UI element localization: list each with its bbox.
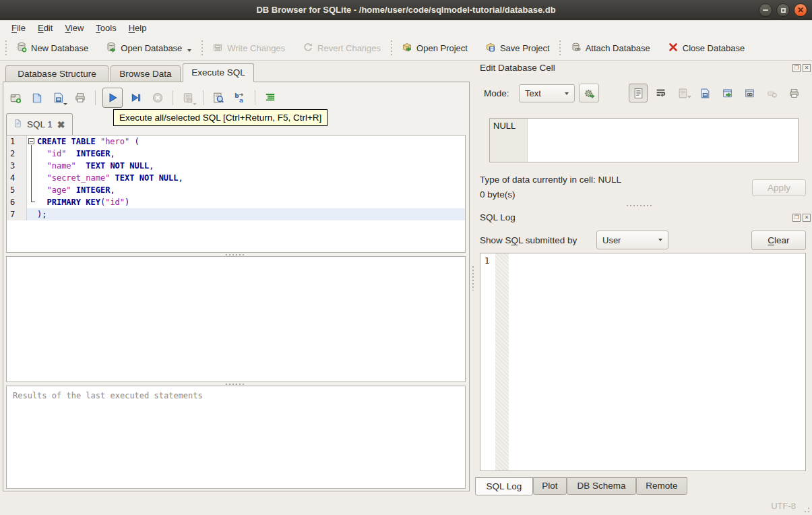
log-filter-label: Show SQL submitted by [480,235,577,245]
resize-grip[interactable] [802,505,810,513]
mode-combo-caret [565,92,569,95]
save-as-icon [699,88,711,99]
format-sql-button[interactable] [262,90,278,106]
bottom-tab-remote[interactable]: Remote [636,477,687,495]
open-database-dropdown-caret[interactable] [187,49,191,52]
stop-execution-button [150,90,166,106]
execute-all-button[interactable] [102,88,123,108]
copy-link-button[interactable] [740,84,759,102]
print-cell-button[interactable] [784,84,803,102]
toolbar-drag-handle[interactable] [559,40,562,55]
bottom-tab-db-schema[interactable]: DB Schema [567,477,636,495]
gear-icon [584,88,595,99]
find-button[interactable] [210,90,226,106]
toolbar-drag-handle[interactable] [389,40,393,55]
menu-file[interactable]: File [5,21,32,35]
export-cell-data-button[interactable] [695,84,714,102]
menu-tools[interactable]: Tools [90,21,122,35]
sql-log-view[interactable]: 1 [480,253,806,471]
tab-execute-sql[interactable]: Execute SQL [183,63,254,82]
sql-toolbar-separator [95,90,96,105]
toolbar-drag-handle[interactable] [4,40,7,55]
attach-database-button[interactable]: Attach Database [566,38,655,58]
close-panel-icon[interactable]: ✕ [803,64,811,72]
sql-editor[interactable]: 1CREATE TABLE "hero" (2 "id" INTEGER,3 "… [6,135,466,253]
float-panel-icon[interactable]: ❐ [792,214,801,222]
import-dropdown-caret [687,96,691,98]
close-button[interactable]: ✕ [794,3,807,17]
close-sql-tab-icon[interactable]: ✖ [57,119,65,130]
auto-apply-button[interactable] [579,84,599,102]
execute-current-line-button[interactable] [128,90,144,106]
bottom-tab-sql-log[interactable]: SQL Log [475,477,533,495]
open-database-label: Open Database [121,43,182,53]
save-project-icon [485,42,496,55]
maximize-button[interactable] [776,3,790,17]
cell-value-text: NULL [490,119,528,162]
tab-browse-data[interactable]: Browse Data [111,65,181,82]
sql-tab-label: SQL 1 [27,119,53,129]
log-filter-combobox[interactable]: User [596,231,668,249]
minimize-icon [763,9,768,11]
sql-log-dock-controls: ❐ ✕ [792,214,811,222]
log-content-area [509,253,805,471]
revert-changes-button: Revert Changes [298,38,385,58]
float-panel-icon[interactable]: ❐ [792,64,801,72]
bottom-tab-plot[interactable]: Plot [533,477,567,495]
open-sql-file-button[interactable] [29,90,45,106]
execute-tooltip: Execute all/selected SQL [Ctrl+Return, F… [113,109,327,126]
new-sql-tab-button[interactable] [7,90,24,106]
open-in-external-button[interactable] [718,84,737,102]
sql-toolbar: ba [7,86,278,109]
text-mode-button[interactable] [629,84,648,102]
revert-changes-icon [303,42,313,55]
mode-combobox[interactable]: Text [519,84,575,102]
edit-cell-title: Edit Database Cell [480,63,555,73]
new-database-button[interactable]: New Database [11,38,93,58]
execute-sql-panel: ba SQL 1 ✖ 1CREATE TABLE "hero" (2 "id" … [3,82,470,491]
close-panel-icon[interactable]: ✕ [803,214,811,222]
tab-database-structure[interactable]: Database Structure [5,65,108,82]
cell-editor-area[interactable] [528,119,798,162]
text-document-icon [633,88,644,99]
save-sql-dropdown-caret[interactable] [63,103,67,105]
cell-size-info: 0 byte(s) [480,189,516,200]
close-database-icon [668,42,679,55]
menu-view[interactable]: View [59,21,90,35]
sql-file-icon [13,119,22,130]
write-changes-icon [212,42,223,55]
sql-log-title: SQL Log [480,212,516,222]
results-grid-pane [6,256,466,382]
save-project-label: Save Project [500,43,550,53]
link-icon [744,88,755,99]
print-sql-button[interactable] [72,90,88,106]
minimize-button[interactable] [759,3,772,17]
find-replace-button[interactable]: ba [232,90,248,106]
set-null-icon [766,88,778,99]
open-database-icon [106,42,117,55]
results-placeholder-text: Results of the last executed statements [13,391,203,400]
sql-toolbar-separator [173,90,173,105]
cell-value-editor[interactable]: NULL [489,118,799,162]
menu-bar: File Edit View Tools Help [0,20,812,36]
menu-edit[interactable]: Edit [32,21,59,35]
main-toolbar: New Database Open Database Write Changes… [0,36,812,61]
vertical-splitter[interactable] [471,266,474,291]
attach-database-icon [571,42,582,55]
right-panel-splitter[interactable] [627,205,654,206]
menu-help[interactable]: Help [123,21,153,35]
save-sql-file-button[interactable] [51,90,67,106]
import-cell-data-button [673,84,692,102]
open-project-button[interactable]: Open Project [397,38,472,58]
sql-toolbar-separator [203,90,204,105]
toolbar-separator [200,40,204,55]
open-database-button[interactable]: Open Database [101,38,196,58]
close-database-button[interactable]: Close Database [663,38,750,58]
save-project-button[interactable]: Save Project [480,38,555,58]
log-filter-value: User [602,235,621,245]
encoding-indicator: UTF-8 [771,501,796,511]
word-wrap-button[interactable] [651,84,670,102]
sql-editor-tab[interactable]: SQL 1 ✖ [6,113,73,135]
revert-changes-label: Revert Changes [317,43,381,53]
clear-log-button[interactable]: Clear [751,231,806,250]
